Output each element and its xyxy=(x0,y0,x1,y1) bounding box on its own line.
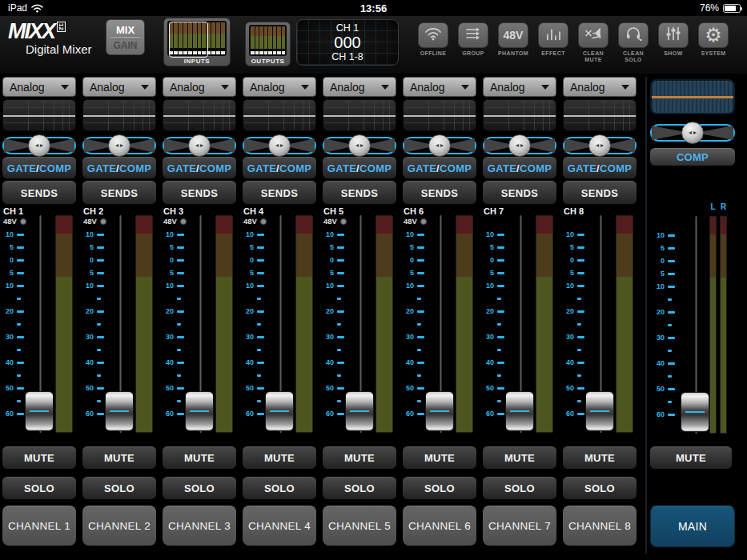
mute-button[interactable]: MUTE xyxy=(82,446,156,469)
fader-handle[interactable] xyxy=(25,391,54,431)
input-source-select[interactable]: Analog xyxy=(483,77,556,97)
eq-curve-thumbnail[interactable] xyxy=(2,99,76,131)
sends-button[interactable]: SENDS xyxy=(403,181,476,204)
solo-button[interactable]: SOLO xyxy=(323,477,396,499)
sends-button[interactable]: SENDS xyxy=(483,181,556,204)
graphic-eq-thumbnail[interactable] xyxy=(650,79,735,114)
pan-knob[interactable]: ◂▸ xyxy=(588,134,611,157)
effect-button[interactable]: EFFECT xyxy=(538,22,568,63)
fader-handle[interactable] xyxy=(585,391,614,431)
gate-comp-button[interactable]: GATE/COMP xyxy=(403,157,476,178)
system-button[interactable]: ⚙ SYSTEM xyxy=(698,22,729,63)
pan-control[interactable]: ◂▸ xyxy=(243,137,316,154)
solo-button[interactable]: SOLO xyxy=(483,477,556,499)
solo-button[interactable]: SOLO xyxy=(243,477,316,499)
solo-button[interactable]: SOLO xyxy=(2,477,76,499)
mute-button[interactable]: MUTE xyxy=(403,446,476,469)
master-pan-knob[interactable]: ◂▸ xyxy=(681,122,704,144)
input-source-select[interactable]: Analog xyxy=(2,77,76,97)
gate-comp-button[interactable]: GATE/COMP xyxy=(323,157,396,178)
offline-button[interactable]: OFFLINE xyxy=(418,22,448,63)
inputs-overview-panel[interactable]: INPUTS xyxy=(163,18,231,66)
fader-handle[interactable] xyxy=(185,391,214,431)
solo-button[interactable]: SOLO xyxy=(163,477,236,499)
mute-button[interactable]: MUTE xyxy=(163,446,236,469)
input-source-select[interactable]: Analog xyxy=(163,77,236,97)
pan-knob[interactable]: ◂▸ xyxy=(428,134,451,157)
sends-button[interactable]: SENDS xyxy=(2,181,76,204)
gate-comp-button[interactable]: GATE/COMP xyxy=(243,157,316,178)
fader-handle[interactable] xyxy=(505,391,534,431)
eq-curve-thumbnail[interactable] xyxy=(243,99,316,131)
clean-solo-button[interactable]: CLEAN SOLO xyxy=(618,22,649,63)
pan-knob[interactable]: ◂▸ xyxy=(28,134,50,157)
master-fader-handle[interactable] xyxy=(681,392,709,432)
master-comp-button[interactable]: COMP xyxy=(650,148,735,166)
group-button[interactable]: GROUP xyxy=(458,22,488,63)
input-source-select[interactable]: Analog xyxy=(563,77,637,97)
scale-tick: 0 xyxy=(243,254,264,266)
eq-curve-thumbnail[interactable] xyxy=(403,99,476,131)
solo-button[interactable]: SOLO xyxy=(403,477,476,499)
mute-button[interactable]: MUTE xyxy=(243,446,316,469)
fader-handle[interactable] xyxy=(105,391,134,431)
sends-button[interactable]: SENDS xyxy=(243,181,316,204)
pan-knob[interactable]: ◂▸ xyxy=(268,134,291,157)
pan-knob[interactable]: ◂▸ xyxy=(108,134,131,157)
clean-mute-button[interactable]: CLEAN MUTE xyxy=(578,22,608,63)
eq-curve-thumbnail[interactable] xyxy=(483,99,556,131)
input-source-select[interactable]: Analog xyxy=(323,77,396,97)
pan-knob[interactable]: ◂▸ xyxy=(188,134,211,157)
input-source-select[interactable]: Analog xyxy=(243,77,316,97)
fader-handle[interactable] xyxy=(345,391,374,431)
gate-comp-button[interactable]: GATE/COMP xyxy=(163,157,236,178)
gate-comp-button[interactable]: GATE/COMP xyxy=(483,157,556,178)
eq-curve-thumbnail[interactable] xyxy=(563,99,637,131)
pan-knob[interactable]: ◂▸ xyxy=(508,134,531,157)
channel-select-button[interactable]: CHANNEL 3 xyxy=(163,506,236,546)
fader-handle[interactable] xyxy=(265,391,294,431)
solo-button[interactable]: SOLO xyxy=(563,477,637,499)
channel-select-button[interactable]: CHANNEL 4 xyxy=(243,506,316,546)
outputs-overview-panel[interactable]: OUTPUTS xyxy=(245,22,291,66)
solo-button[interactable]: SOLO xyxy=(82,477,156,499)
sends-button[interactable]: SENDS xyxy=(563,181,637,204)
sends-button[interactable]: SENDS xyxy=(82,181,156,204)
mix-gain-toggle[interactable]: MIX GAIN xyxy=(106,19,145,55)
master-mute-button[interactable]: MUTE xyxy=(650,446,732,469)
pan-control[interactable]: ◂▸ xyxy=(563,137,637,154)
main-select-button[interactable]: MAIN xyxy=(650,506,735,547)
eq-curve-thumbnail[interactable] xyxy=(323,99,396,131)
pan-control[interactable]: ◂▸ xyxy=(323,137,396,154)
gate-comp-button[interactable]: GATE/COMP xyxy=(563,157,637,178)
fader-handle[interactable] xyxy=(425,391,454,431)
sends-button[interactable]: SENDS xyxy=(163,181,236,204)
sends-button[interactable]: SENDS xyxy=(323,181,396,204)
mute-button[interactable]: MUTE xyxy=(483,446,556,469)
show-button[interactable]: SHOW xyxy=(658,22,689,63)
pan-control[interactable]: ◂▸ xyxy=(483,137,556,154)
eq-curve-thumbnail[interactable] xyxy=(82,99,156,131)
input-source-select[interactable]: Analog xyxy=(403,77,476,97)
master-pan-control[interactable]: ◂▸ xyxy=(650,124,735,142)
channel-select-button[interactable]: CHANNEL 7 xyxy=(483,506,556,546)
eq-curve-thumbnail[interactable] xyxy=(163,99,236,131)
channel-select-button[interactable]: CHANNEL 6 xyxy=(403,506,476,546)
channel-select-button[interactable]: CHANNEL 2 xyxy=(82,506,156,546)
pan-control[interactable]: ◂▸ xyxy=(403,137,476,154)
pan-control[interactable]: ◂▸ xyxy=(82,137,156,154)
channel-select-button[interactable]: CHANNEL 5 xyxy=(323,506,396,546)
mute-button[interactable]: MUTE xyxy=(563,446,637,469)
channel-select-button[interactable]: CHANNEL 1 xyxy=(2,506,76,546)
gate-comp-button[interactable]: GATE/COMP xyxy=(2,157,76,178)
channel-select-button[interactable]: CHANNEL 8 xyxy=(563,506,637,546)
phantom-button[interactable]: 48V PHANTOM xyxy=(498,22,528,63)
phantom-led xyxy=(420,218,427,225)
pan-control[interactable]: ◂▸ xyxy=(2,137,76,154)
pan-control[interactable]: ◂▸ xyxy=(163,137,236,154)
mute-button[interactable]: MUTE xyxy=(323,446,396,469)
gate-comp-button[interactable]: GATE/COMP xyxy=(82,157,156,178)
mute-button[interactable]: MUTE xyxy=(2,446,76,469)
pan-knob[interactable]: ◂▸ xyxy=(348,134,371,157)
input-source-select[interactable]: Analog xyxy=(82,77,156,97)
